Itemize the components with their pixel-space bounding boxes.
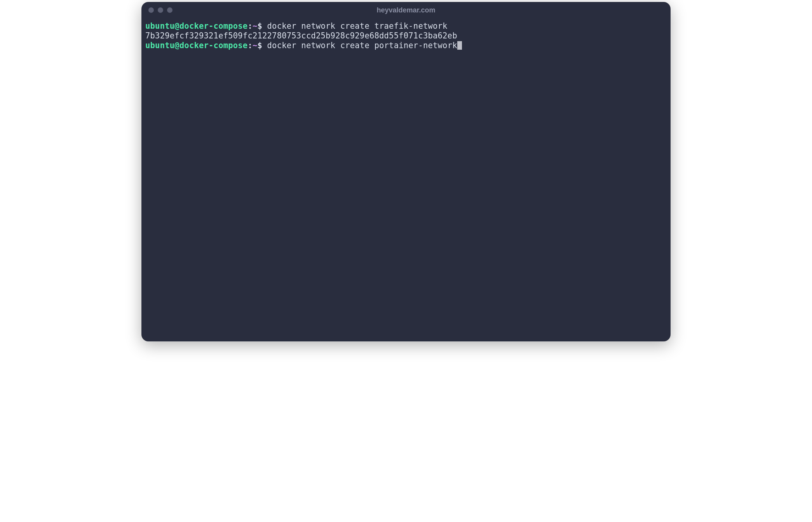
prompt-colon: : [247,21,253,31]
cursor [457,41,462,50]
prompt-user-host: ubuntu@docker-compose [145,41,247,50]
maximize-button[interactable] [167,7,173,13]
prompt-dollar: $ [257,41,262,50]
prompt-path: ~ [253,21,258,31]
output-text: 7b329efcf329321ef509fc2122780753ccd25b92… [145,31,457,40]
titlebar: heyvaldemar.com [141,2,671,18]
terminal-line: ubuntu@docker-compose:~$ docker network … [145,41,667,50]
prompt-dollar: $ [257,21,262,31]
window-controls [148,7,173,13]
terminal-window: heyvaldemar.com ubuntu@docker-compose:~$… [141,2,671,341]
minimize-button[interactable] [158,7,163,13]
command-text: docker network create traefik-network [262,21,448,31]
terminal-line: 7b329efcf329321ef509fc2122780753ccd25b92… [145,31,667,41]
window-title: heyvaldemar.com [148,6,664,14]
close-button[interactable] [148,7,154,13]
terminal-body[interactable]: ubuntu@docker-compose:~$ docker network … [141,18,671,341]
prompt-path: ~ [253,41,258,50]
terminal-line: ubuntu@docker-compose:~$ docker network … [145,21,667,31]
command-text: docker network create portainer-network [262,41,457,50]
prompt-colon: : [247,41,253,50]
prompt-user-host: ubuntu@docker-compose [145,21,247,31]
